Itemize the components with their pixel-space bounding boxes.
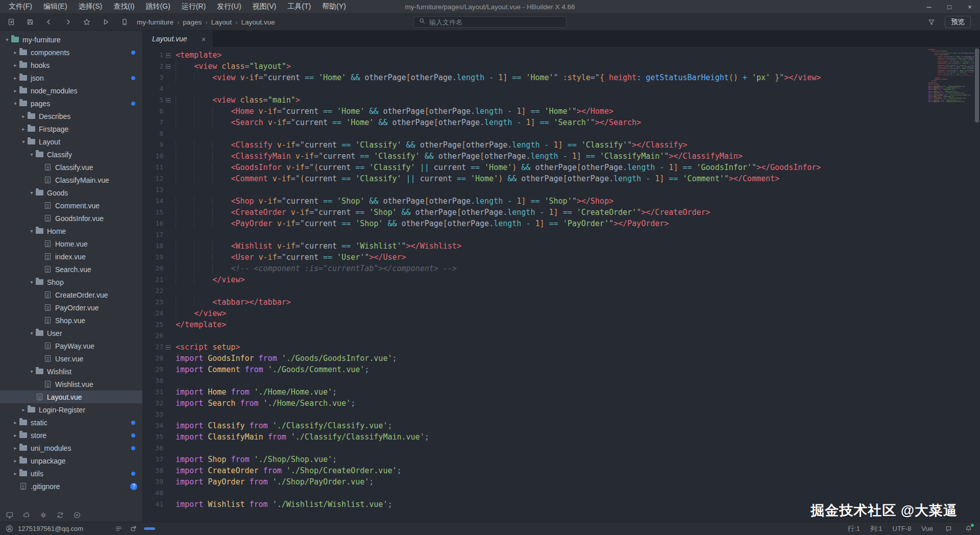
chevron-down-icon[interactable]: ▾ [28,330,36,336]
forward-icon[interactable] [63,17,73,27]
console-panel-icon[interactable] [5,511,14,520]
code-line[interactable]: 35import ClassifyMain from './Classify/C… [143,431,980,443]
breadcrumb-item[interactable]: Layout.vue [241,18,275,26]
code-line[interactable]: 20 <!-- <component :is="currentTab"></co… [143,263,980,274]
notification-bell-icon[interactable] [964,524,973,533]
code-line[interactable]: 4 [143,83,980,94]
tab-close-icon[interactable]: × [202,35,206,43]
tree-item[interactable]: ▾Layout [0,135,142,148]
code-line[interactable]: 11 <GoodsInfor v-if="(current == 'Classi… [143,162,980,173]
tree-item[interactable]: ▸utils [0,467,142,480]
code-line[interactable]: 5 <view class="main"> [143,94,980,106]
breadcrumb-item[interactable]: pages [183,18,202,26]
tree-item[interactable]: ▸node_modules [0,84,142,97]
tree-item[interactable]: ▾pages [0,97,142,110]
tree-item[interactable]: Home.vue [0,237,142,250]
code-line[interactable]: 17 [143,229,980,240]
device-run-icon[interactable] [119,17,130,27]
code-line[interactable]: 14 <Shop v-if="current == 'Shop' && othe… [143,196,980,207]
menu-item[interactable]: 编辑(E) [38,0,73,13]
status-item[interactable]: 列:1 [870,524,883,533]
tree-item[interactable]: PayOrder.vue [0,301,142,314]
code-line[interactable]: 29import Comment from './Goods/Comment.v… [143,364,980,375]
code-line[interactable]: 15 <CreateOrder v-if="current == 'Shop' … [143,207,980,218]
chevron-down-icon[interactable]: ▾ [28,190,36,196]
code-line[interactable]: 16 <PayOrder v-if="current == 'Shop' && … [143,218,980,229]
code-line[interactable]: 27<script setup> [143,342,980,353]
tree-item[interactable]: index.vue [0,250,142,263]
chevron-right-icon[interactable]: ▸ [11,432,19,438]
code-line[interactable]: 10 <ClassifyMain v-if="current == 'Class… [143,151,980,162]
filter-icon[interactable] [926,17,937,27]
status-item[interactable]: 行:1 [848,524,860,533]
chevron-down-icon[interactable]: ▾ [28,228,36,234]
menu-item[interactable]: 文件(F) [3,0,38,13]
code-line[interactable]: 34import Classify from './Classify/Class… [143,420,980,431]
chevron-right-icon[interactable]: ▸ [19,126,28,132]
code-line[interactable]: 38import CreateOrder from './Shop/Create… [143,465,980,476]
chevron-right-icon[interactable]: ▸ [11,75,19,81]
code-line[interactable]: 21 </view> [143,274,980,285]
tree-item[interactable]: ▸components [0,46,142,59]
code-line[interactable]: 26 [143,330,980,342]
tree-item[interactable]: ▸Login-Register [0,403,142,416]
status-item[interactable]: UTF-8 [893,525,912,532]
code-line[interactable]: 13 [143,184,980,196]
fold-collapse-icon[interactable] [166,98,170,103]
tree-item[interactable]: ▾Goods [0,186,142,199]
code-line[interactable]: 24 </view> [143,308,980,319]
tree-item[interactable]: ▸uni_modules [0,442,142,454]
tree-item[interactable]: ▸static [0,416,142,429]
code-line[interactable]: 6 <Home v-if="current == 'Home' && other… [143,106,980,117]
tree-item[interactable]: Shop.vue [0,314,142,327]
menu-item[interactable]: 视图(V) [247,0,282,13]
tree-item[interactable]: Classify.vue [0,161,142,174]
chevron-down-icon[interactable]: ▾ [28,369,36,374]
code-editor[interactable]: 1<template>2 <view class="layout">3 <vie… [143,47,980,522]
menu-item[interactable]: 选择(S) [73,0,108,13]
tree-item[interactable]: ▾Shop [0,276,142,288]
tree-item[interactable]: ▾my-furniture [0,33,142,46]
chevron-right-icon[interactable]: ▸ [11,88,19,93]
chevron-right-icon[interactable]: ▸ [11,62,19,68]
code-line[interactable]: 19 <User v-if="current == 'User'"></User… [143,252,980,263]
tree-item[interactable]: ▸json [0,71,142,84]
tree-item[interactable]: ▸unpackage [0,454,142,467]
code-line[interactable]: 7 <Search v-if="current == 'Home' && oth… [143,117,980,128]
file-search-box[interactable] [413,16,567,28]
plugin-icon[interactable] [72,511,81,520]
chevron-right-icon[interactable]: ▸ [19,113,28,119]
outline-list-icon[interactable] [114,524,123,533]
refresh-icon[interactable] [56,511,64,520]
code-line[interactable]: 18 <Wishlist v-if="current == 'Wishlist'… [143,240,980,252]
fold-collapse-icon[interactable] [166,345,170,350]
tree-item[interactable]: ▾User [0,327,142,339]
new-file-icon[interactable] [6,17,16,27]
vertical-scrollbar-thumb[interactable] [975,48,979,123]
chevron-down-icon[interactable]: ▾ [28,279,36,285]
code-line[interactable]: 33 [143,409,980,420]
code-line[interactable]: 12 <Comment v-if="(current == 'Classify'… [143,173,980,184]
fold-collapse-icon[interactable] [166,64,170,69]
code-line[interactable]: 40 [143,488,980,499]
code-line[interactable]: 23 <tabbar></tabbar> [143,297,980,308]
code-line[interactable]: 22 [143,285,980,297]
feedback-message-icon[interactable] [944,524,953,533]
code-line[interactable]: 31import Home from './Home/Home.vue'; [143,386,980,398]
run-icon[interactable] [101,17,111,27]
cloud-icon[interactable] [22,511,31,520]
fold-collapse-icon[interactable] [166,53,170,58]
code-line[interactable]: 37import Shop from './Shop/Shop.vue'; [143,454,980,465]
code-line[interactable]: 8 [143,128,980,139]
chevron-right-icon[interactable]: ▸ [19,407,28,412]
minimize-button[interactable]: ─ [919,0,939,13]
menu-item[interactable]: 工具(T) [282,0,316,13]
menu-item[interactable]: 跳转(G) [140,0,176,13]
code-line[interactable]: 36 [143,443,980,454]
chevron-down-icon[interactable]: ▾ [28,152,36,157]
search-input[interactable] [429,18,561,26]
tree-item[interactable]: GoodsInfor.vue [0,212,142,225]
tree-item[interactable]: User.vue [0,352,142,365]
chevron-right-icon[interactable]: ▸ [11,445,19,451]
chevron-right-icon[interactable]: ▸ [11,471,19,476]
